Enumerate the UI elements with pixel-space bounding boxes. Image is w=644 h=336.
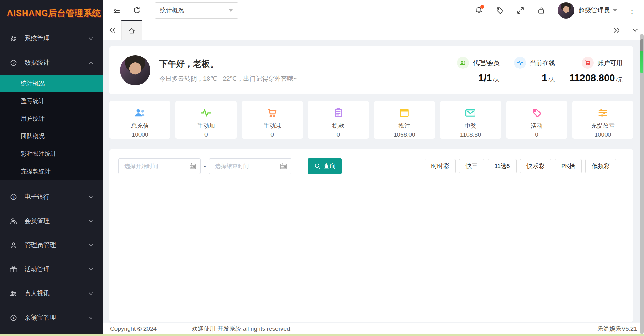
calendar-icon[interactable]	[280, 162, 287, 170]
chevron-down-icon	[88, 36, 94, 41]
card-manual-add[interactable]: 手动加 0	[175, 101, 236, 139]
tag-icon[interactable]	[494, 5, 505, 16]
stat-value: 11208.800/元	[569, 73, 623, 84]
summary-cards-row: 总充值 10000 手动加 0 手动减 0	[109, 101, 633, 139]
manual-add-pulse-icon	[200, 107, 212, 118]
start-date-field[interactable]	[118, 158, 201, 174]
card-value: 0	[270, 131, 274, 138]
end-date-input[interactable]	[214, 163, 280, 170]
admin-dashboard: AISHANG后台管理系统 系统管理 数据统计	[0, 0, 644, 336]
home-icon	[128, 27, 136, 35]
sidebar-item-live-video[interactable]: 真人视讯	[0, 281, 103, 306]
bet-calendar-icon	[399, 107, 410, 118]
bell-icon[interactable]	[474, 5, 484, 16]
search-icon	[314, 163, 321, 170]
card-activity[interactable]: 活动 0	[506, 101, 567, 139]
sidebar-item-ebank[interactable]: $ 电子银行	[0, 185, 103, 209]
lock-icon[interactable]	[536, 5, 547, 16]
horizontal-scrollbar[interactable]	[0, 334, 644, 336]
fullscreen-icon[interactable]	[515, 5, 526, 16]
dollar-circle-icon: $	[9, 193, 18, 201]
footer: Copyright © 2024 欢迎使用 开发系统 all rights re…	[103, 323, 644, 334]
lottery-tab-kuailecai[interactable]: 快乐彩	[520, 159, 551, 173]
submenu-item-user-stats[interactable]: 用户统计	[0, 110, 103, 127]
submenu-item-lottery-bet-stats[interactable]: 彩种投注统计	[0, 145, 103, 163]
svg-text:¥: ¥	[12, 316, 15, 320]
lottery-tab-pkshi[interactable]: PK拾	[555, 159, 582, 173]
card-value: 1058.00	[394, 131, 415, 138]
tabs-scroll-left-icon[interactable]	[103, 20, 121, 40]
card-manual-subtract[interactable]: 手动减 0	[242, 101, 303, 139]
chevron-down-icon	[88, 194, 94, 200]
sidebar-menu: 系统管理 数据统计 统计概况 盈亏统计 用户统计 团队概况 彩种投注统	[0, 26, 103, 330]
card-label: 投注	[398, 122, 410, 130]
filter-row: - 查询 时时彩 快三 11选5 快乐彩	[118, 158, 625, 174]
chevron-down-icon	[229, 9, 233, 12]
page-nav-select[interactable]: 统计概况	[155, 2, 238, 19]
stat-label: 代理/会员	[473, 59, 500, 67]
sidebar-item-members[interactable]: 会员管理	[0, 209, 103, 233]
chevron-down-icon	[613, 9, 618, 12]
main-content: 下午好，老板。 今日多云转阴，18℃ - 22℃，出门记得穿外套哦~ 代理/会员…	[103, 40, 644, 336]
withdraw-clipboard-icon	[333, 107, 344, 118]
card-label: 充提盈亏	[591, 122, 615, 130]
stat-label: 当前在线	[530, 59, 555, 67]
card-value: 0	[204, 131, 208, 138]
submenu-item-deposit-withdraw-stats[interactable]: 充提款统计	[0, 163, 103, 180]
lottery-tab-11xuan5[interactable]: 11选5	[488, 159, 516, 173]
vertical-scrollbar[interactable]	[640, 34, 644, 334]
activity-tag-icon	[531, 107, 542, 118]
lottery-tab-dipincai[interactable]: 低频彩	[585, 159, 616, 173]
query-panel: - 查询 时时彩 快三 11选5 快乐彩	[109, 149, 633, 322]
search-button[interactable]: 查询	[308, 158, 342, 174]
lottery-tab-shishicai[interactable]: 时时彩	[425, 159, 456, 173]
more-dots-icon[interactable]: ⋮	[628, 6, 636, 15]
refresh-icon[interactable]	[131, 5, 142, 16]
scrollbar-thumb-upper[interactable]	[640, 39, 643, 52]
sidebar-item-admins[interactable]: 管理员管理	[0, 233, 103, 257]
card-total-recharge[interactable]: 总充值 10000	[109, 101, 170, 139]
admin-icon	[9, 241, 18, 249]
user-avatar[interactable]	[558, 2, 574, 19]
card-value: 10000	[594, 131, 611, 138]
submenu-item-stats-overview[interactable]: 统计概况	[0, 75, 103, 92]
stat-value: 1/1/人	[478, 73, 500, 84]
agents-icon	[457, 57, 469, 69]
profile-photo	[120, 55, 150, 85]
win-mail-icon	[464, 107, 476, 118]
sidebar-item-activities[interactable]: 活动管理	[0, 257, 103, 281]
collapse-menu-icon[interactable]	[111, 5, 122, 16]
tabs-scroll-right-icon[interactable]	[608, 20, 626, 40]
user-name-label: 超级管理员	[579, 6, 610, 14]
chevron-up-icon	[88, 60, 94, 66]
tabbar-right-controls	[608, 20, 644, 40]
tab-home[interactable]	[121, 20, 142, 40]
card-value: 1108.80	[460, 131, 481, 138]
submenu-item-team-overview[interactable]: 团队概况	[0, 127, 103, 145]
card-winnings[interactable]: 中奖 1108.80	[440, 101, 501, 139]
page-nav-select-value: 统计概况	[160, 6, 229, 14]
sidebar-item-yuebao[interactable]: ¥ 余额宝管理	[0, 306, 103, 330]
card-label: 手动加	[197, 122, 215, 130]
calendar-icon[interactable]	[189, 162, 197, 170]
scrollbar-thumb[interactable]	[640, 51, 643, 73]
card-label: 中奖	[464, 122, 476, 130]
sidebar-item-label: 数据统计	[25, 58, 88, 67]
sidebar-item-system[interactable]: 系统管理	[0, 26, 103, 51]
yuan-circle-icon: ¥	[9, 314, 18, 322]
card-bets[interactable]: 投注 1058.00	[374, 101, 435, 139]
lottery-tab-kuaisan[interactable]: 快三	[459, 159, 484, 173]
sidebar-item-data-stats[interactable]: 数据统计	[0, 51, 103, 75]
start-date-input[interactable]	[124, 163, 189, 170]
topbar: 统计概况 超级管理员 ⋮	[103, 0, 644, 20]
card-value: 0	[337, 131, 340, 138]
submenu-item-profit-loss[interactable]: 盈亏统计	[0, 92, 103, 110]
footer-copyright: Copyright © 2024	[110, 325, 157, 332]
user-menu[interactable]: 超级管理员	[579, 6, 618, 14]
card-withdraw[interactable]: 提款 0	[308, 101, 369, 139]
notification-badge	[480, 5, 484, 9]
end-date-field[interactable]	[209, 158, 291, 174]
stat-agents-members: 代理/会员 1/1/人	[457, 57, 500, 84]
stat-online: 当前在线 1/人	[514, 57, 555, 84]
card-net-profit[interactable]: 充提盈亏 10000	[572, 101, 633, 139]
